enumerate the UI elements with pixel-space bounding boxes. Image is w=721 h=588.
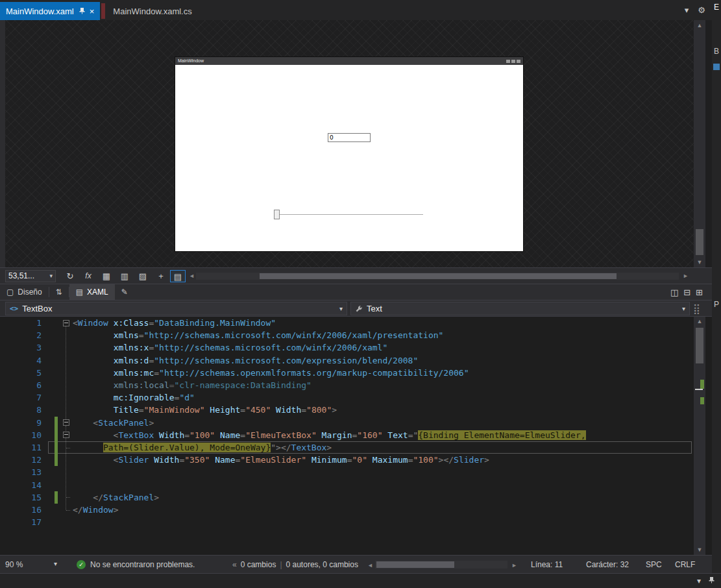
auto-hide-pin-icon[interactable] (709, 576, 715, 585)
authors-count: 0 autores, 0 cambios (286, 560, 358, 569)
designer-scroll-thumb[interactable] (696, 229, 703, 255)
preview-title: MainWindow (178, 57, 204, 65)
change-bar (55, 454, 58, 466)
scroll-left-icon[interactable]: ◄ (367, 562, 373, 569)
code-line[interactable]: xmlns:d="http://schemas.microsoft.com/ex… (73, 354, 418, 367)
scroll-left-icon[interactable]: ◄ (189, 273, 195, 279)
designer-surface[interactable]: MainWindow 0 ▲ ▼ (0, 20, 712, 267)
code-line[interactable]: mc:Ignorable="d" (73, 391, 195, 404)
xaml-sync-toggle-icon[interactable]: ▤ (170, 270, 186, 282)
code-line[interactable]: Path=(Slider.Value), Mode=OneWay}"></Tex… (73, 441, 332, 454)
swap-panes-button[interactable]: ⇅ (49, 284, 69, 300)
editor-horizontal-scrollbar[interactable] (375, 561, 507, 569)
refresh-designer-icon[interactable]: ↻ (62, 270, 78, 282)
line-number: 15 (0, 491, 42, 504)
source-control-status[interactable]: « 0 cambios | 0 autores, 0 cambios (232, 560, 358, 569)
line-number: 4 (0, 354, 42, 367)
close-icon[interactable]: × (90, 7, 95, 16)
fold-guide-end (66, 497, 70, 498)
tab-xaml[interactable]: ▤ XAML (69, 284, 115, 300)
property-dropdown[interactable]: Text ▾ (350, 302, 690, 315)
code-line[interactable]: <Window x:Class="DataBinding.MainWindow" (73, 317, 276, 329)
snap-grid-icon[interactable]: ▥ (117, 270, 132, 282)
tab-label: MainWindow.xaml.cs (113, 6, 191, 16)
xaml-tab-label: XAML (87, 288, 108, 297)
xml-element-icon: <> (10, 304, 18, 313)
check-circle-icon: ✓ (77, 560, 86, 569)
pencil-icon: ✎ (121, 288, 128, 297)
slider-thumb-handle[interactable] (274, 210, 280, 219)
code-line[interactable]: <StackPanel> (73, 417, 154, 429)
code-line[interactable]: </Window> (73, 504, 118, 516)
code-line[interactable]: xmlns:x="http://schemas.microsoft.com/wi… (73, 341, 387, 354)
designer-hscroll-thumb[interactable] (260, 273, 617, 279)
tab-mainwindow-xaml[interactable]: MainWindow.xaml × (0, 2, 100, 20)
slider-track (274, 214, 423, 215)
designer-zoom-combo[interactable]: 53,51... ▾ (5, 270, 56, 282)
right-tab-icon[interactable] (713, 64, 720, 70)
code-line[interactable]: <Slider Width="350" Name="ElmeuSlider" M… (73, 454, 489, 466)
designer-horizontal-scrollbar[interactable] (196, 273, 679, 280)
splitter-grip-icon[interactable]: ⣿ (693, 302, 700, 315)
horizontal-split-icon[interactable]: ⊟ (683, 288, 690, 297)
element-dropdown[interactable]: <> TextBox ▾ (5, 302, 347, 315)
code-line[interactable]: xmlns:mc="http://schemas.openxmlformats.… (73, 367, 469, 379)
wpf-window-preview[interactable]: MainWindow 0 (175, 57, 523, 251)
fold-guide-end (66, 510, 70, 511)
code-line[interactable]: xmlns="http://schemas.microsoft.com/winf… (73, 329, 443, 341)
gear-icon[interactable]: ⚙ (698, 5, 705, 15)
wrench-icon (355, 305, 363, 313)
tab-mainwindow-xaml-cs[interactable]: MainWindow.xaml.cs (107, 2, 197, 20)
chevron-down-icon[interactable]: ▾ (697, 576, 701, 585)
effects-toggle-icon[interactable]: fx (80, 270, 96, 282)
tab-design[interactable]: ▢ Diseño (0, 284, 49, 300)
code-line[interactable]: <TextBox Width="100" Name="ElmeuTextBox"… (73, 429, 586, 441)
snapping-toggle-icon[interactable]: + (153, 270, 169, 282)
spaces-mode-status[interactable]: SPC (646, 560, 662, 569)
scroll-up-icon[interactable]: ▲ (694, 20, 705, 31)
code-line[interactable]: </StackPanel> (73, 491, 159, 504)
visual-studio-window: MainWindow.xaml × MainWindow.xaml.cs ▾ ⚙… (0, 0, 721, 588)
vertical-split-icon[interactable]: ◫ (670, 288, 678, 297)
fold-toggle[interactable] (63, 432, 69, 438)
popout-xaml-button[interactable]: ✎ (115, 284, 134, 300)
scroll-down-icon[interactable]: ▼ (694, 545, 705, 555)
line-number: 6 (0, 379, 42, 391)
editor-hscroll-thumb[interactable] (376, 561, 454, 568)
designer-vertical-scrollbar[interactable]: ▲ ▼ (694, 20, 705, 267)
health-indicator[interactable]: ✓ (77, 559, 86, 569)
code-line[interactable]: xmlns:local="clr-namespace:DataBinding" (73, 379, 312, 391)
tab-list-dropdown-icon[interactable]: ▾ (685, 5, 689, 15)
expand-pane-icon[interactable]: ⊞ (696, 288, 703, 297)
xaml-editor[interactable]: 1234567891011121314151617 <Window x:Clas… (0, 317, 712, 555)
show-grid-icon[interactable]: ▦ (99, 270, 114, 282)
right-tab-letter-mid[interactable]: B (714, 47, 719, 56)
scroll-up-icon[interactable]: ▲ (694, 317, 705, 326)
editor-vertical-scrollbar[interactable]: ▲ ▼ (694, 317, 705, 555)
scroll-right-icon[interactable]: ► (683, 273, 689, 279)
scroll-down-icon[interactable]: ▼ (694, 257, 705, 267)
code-line[interactable]: Title="MainWindow" Height="450" Width="8… (73, 404, 337, 416)
right-tab-letter-top[interactable]: E (714, 3, 719, 12)
tab-label: MainWindow.xaml (6, 6, 74, 16)
line-number: 2 (0, 329, 42, 341)
designer-toolbar: 53,51... ▾ ↻ fx ▦ ▥ ▨ + ▤ ◄ ► (0, 267, 712, 284)
pin-icon[interactable] (79, 6, 85, 16)
right-tab-letter-bottom[interactable]: P (714, 300, 719, 309)
fold-toggle[interactable] (63, 320, 69, 326)
fold-toggle[interactable] (63, 419, 69, 426)
editor-scroll-thumb[interactable] (696, 328, 703, 363)
line-ending-status[interactable]: CRLF (675, 560, 695, 569)
preview-textbox[interactable]: 0 (328, 133, 371, 142)
line-number: 7 (0, 391, 42, 404)
view-switch-bar: ▢ Diseño ⇅ ▤ XAML ✎ ◫ ⊟ ⊞ (0, 284, 712, 300)
preview-window-buttons (506, 60, 520, 63)
snap-lines-icon[interactable]: ▨ (135, 270, 151, 282)
editor-zoom-combo[interactable]: 90 % ▾ (5, 560, 57, 569)
line-number: 14 (0, 479, 42, 491)
editor-navigation-bar: <> TextBox ▾ Text ▾ ⣿ (0, 300, 712, 317)
design-tab-label: Diseño (18, 288, 42, 297)
preview-slider[interactable] (274, 208, 423, 221)
problems-status-text[interactable]: No se encontraron problemas. (90, 560, 195, 569)
scroll-right-icon[interactable]: ► (511, 562, 517, 569)
